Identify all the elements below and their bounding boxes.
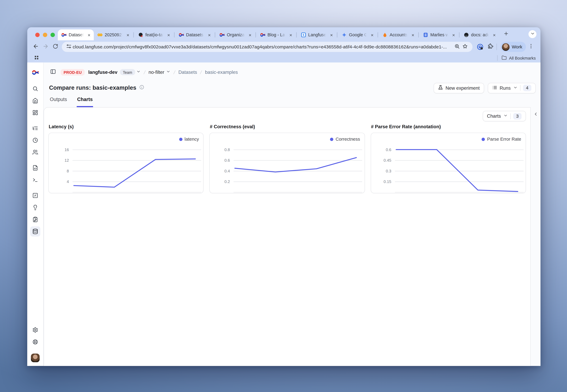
search-icon[interactable] (30, 84, 40, 94)
collapse-chevron-icon[interactable] (533, 112, 538, 118)
browser-tab[interactable]: Marlies we× (420, 29, 458, 40)
sidebar-toggle-icon[interactable] (49, 68, 57, 77)
browser-profile-chip[interactable]: Work (500, 42, 526, 52)
project-name[interactable]: no-filter (149, 70, 164, 75)
users-icon[interactable] (30, 147, 40, 157)
svg-text:0.8: 0.8 (225, 147, 230, 152)
forward-button[interactable] (41, 42, 51, 52)
runs-button[interactable]: Runs 4 (488, 83, 536, 93)
tab-close-button[interactable]: × (329, 32, 334, 38)
org-name[interactable]: langfuse-dev (88, 70, 117, 75)
charts-selector-button[interactable]: Charts 3 (482, 111, 526, 121)
tab-title: Organizatio (227, 32, 245, 38)
correctness-chart-card[interactable]: 0.80.60.40.2 Correctness (210, 133, 365, 193)
svg-text:0.3: 0.3 (386, 169, 391, 173)
browser-tab[interactable]: 20250923× (94, 29, 133, 40)
tab-search-button[interactable] (528, 30, 537, 38)
tab-close-button[interactable]: × (247, 32, 253, 38)
reload-button[interactable] (51, 42, 60, 52)
insights-icon[interactable] (30, 202, 40, 212)
close-window-button[interactable] (35, 33, 40, 37)
breadcrumb-separator: / (173, 69, 176, 75)
browser-tab[interactable]: Datasets | L× (58, 29, 94, 40)
tracing-icon[interactable] (30, 123, 40, 133)
latency-chart-card[interactable]: 161284 latency (48, 133, 204, 193)
annotation-queues-icon[interactable] (30, 214, 40, 224)
browser-tab[interactable]: Accounts |× (379, 29, 418, 40)
tab-close-button[interactable]: × (125, 32, 131, 38)
svg-text:0.15: 0.15 (383, 179, 391, 184)
tab-close-button[interactable]: × (491, 32, 497, 38)
tab-close-button[interactable]: × (451, 32, 456, 38)
tab-close-button[interactable]: × (207, 32, 212, 38)
tab-title: Datasets | L (186, 32, 204, 38)
browser-tab[interactable]: Blog - Lang× (256, 29, 296, 40)
evaluation-icon[interactable] (30, 190, 40, 200)
svg-text:8: 8 (67, 169, 69, 173)
tab-close-button[interactable]: × (369, 32, 375, 38)
charts-count-badge: 3 (513, 113, 522, 119)
org-switcher-chevron-icon[interactable] (136, 70, 141, 75)
tab-charts[interactable]: Charts (77, 96, 93, 107)
dashboards-icon[interactable] (30, 108, 40, 118)
toolbar-divider (496, 43, 497, 50)
bluenotes-favicon-icon (423, 32, 428, 38)
browser-tab[interactable]: 6Langfuse -× (297, 29, 336, 40)
browser-menu-button[interactable] (526, 42, 536, 52)
langfuse-logo-icon[interactable] (32, 69, 39, 76)
datasets-icon[interactable] (30, 226, 40, 237)
info-icon[interactable] (139, 85, 144, 91)
prompts-icon[interactable] (30, 163, 40, 173)
tab-close-button[interactable]: × (166, 32, 171, 38)
apps-grid-icon[interactable] (32, 54, 40, 62)
tab-close-button[interactable]: × (410, 32, 416, 38)
list-icon (492, 85, 497, 91)
password-manager-extension-icon[interactable] (477, 43, 484, 51)
user-avatar[interactable] (31, 354, 40, 362)
github-favicon-icon (464, 32, 469, 38)
browser-tab[interactable]: docs: add× (460, 29, 499, 40)
tab-title: 20250923 (105, 32, 123, 38)
browser-tab[interactable]: Datasets | L× (175, 29, 214, 40)
extensions-puzzle-icon[interactable] (485, 42, 495, 52)
colab-favicon-icon (98, 32, 103, 38)
url-bar[interactable]: cloud.langfuse.com/project/cmfwgv8fx002o… (62, 42, 472, 52)
all-bookmarks-label[interactable]: All Bookmarks (509, 56, 536, 60)
orangeapp-favicon-icon (382, 32, 387, 38)
browser-tab[interactable]: Google Ge× (338, 29, 377, 40)
new-experiment-button[interactable]: New experiment (434, 83, 484, 93)
tab-close-button[interactable]: × (86, 32, 92, 38)
environment-badge: PROD-EU (61, 69, 85, 75)
bookmark-star-icon[interactable] (461, 43, 469, 51)
support-icon[interactable] (30, 337, 40, 347)
home-icon[interactable] (30, 96, 40, 106)
new-tab-button[interactable] (501, 29, 510, 39)
browser-tab[interactable]: Organizatio× (216, 29, 255, 40)
sidebar-rail (27, 62, 43, 366)
svg-text:0.6: 0.6 (225, 158, 230, 163)
parse-error-rate-chart-card[interactable]: 0.60.450.30.15 Parse Error Rate (371, 133, 526, 193)
legend-dot-icon (330, 138, 333, 141)
back-button[interactable] (31, 42, 41, 52)
breadcrumb-datasets-link[interactable]: Datasets (178, 70, 197, 75)
tab-separator (174, 32, 174, 38)
minimize-window-button[interactable] (43, 33, 47, 37)
tab-outputs[interactable]: Outputs (49, 96, 67, 107)
breadcrumb-dataset-name[interactable]: basic-examples (205, 70, 238, 75)
window-controls (35, 33, 55, 37)
browser-tab[interactable]: feat(io-tab× (134, 29, 173, 40)
sessions-icon[interactable] (30, 135, 40, 145)
tab-close-button[interactable]: × (288, 32, 294, 38)
legend-dot-icon (482, 138, 485, 141)
playground-icon[interactable] (30, 175, 40, 185)
site-settings-icon[interactable] (65, 43, 73, 51)
tab-title: Datasets | L (69, 32, 84, 38)
zoom-page-icon[interactable] (453, 43, 461, 51)
fullscreen-window-button[interactable] (51, 33, 55, 37)
tab-title: feat(io-tab (145, 32, 164, 38)
latency-line-chart: 161284 (49, 133, 203, 193)
main-content: PROD-EU langfuse-dev Team / no-filter / … (43, 62, 540, 366)
project-switcher-chevron-icon[interactable] (166, 70, 170, 75)
settings-icon[interactable] (30, 325, 40, 335)
tab-separator (337, 32, 337, 38)
